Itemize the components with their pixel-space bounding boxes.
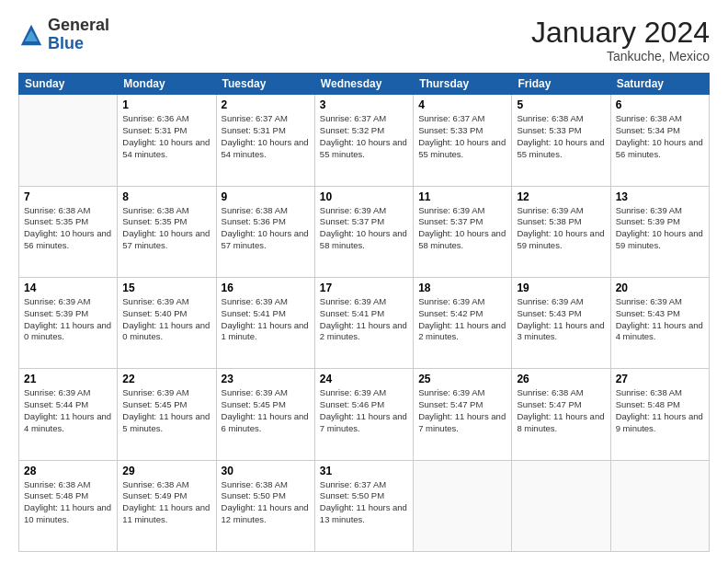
day-info: Sunrise: 6:38 AM Sunset: 5:47 PM Dayligh… (517, 387, 605, 434)
day-number: 1 (122, 98, 210, 111)
calendar-cell: 1Sunrise: 6:36 AM Sunset: 5:31 PM Daylig… (118, 95, 216, 186)
day-number: 15 (122, 282, 210, 294)
col-header-tuesday: Tuesday (216, 74, 314, 95)
logo: General Blue (18, 17, 109, 53)
day-info: Sunrise: 6:39 AM Sunset: 5:38 PM Dayligh… (517, 205, 605, 252)
day-number: 6 (616, 98, 704, 111)
calendar-cell: 10Sunrise: 6:39 AM Sunset: 5:37 PM Dayli… (314, 186, 413, 277)
calendar-cell: 30Sunrise: 6:38 AM Sunset: 5:50 PM Dayli… (216, 460, 314, 551)
day-number: 16 (222, 282, 310, 294)
day-info: Sunrise: 6:39 AM Sunset: 5:45 PM Dayligh… (222, 387, 310, 434)
day-number: 19 (517, 282, 605, 294)
day-info: Sunrise: 6:39 AM Sunset: 5:42 PM Dayligh… (418, 296, 506, 343)
day-number: 11 (418, 190, 506, 203)
calendar-cell: 7Sunrise: 6:38 AM Sunset: 5:35 PM Daylig… (19, 186, 118, 277)
day-info: Sunrise: 6:38 AM Sunset: 5:48 PM Dayligh… (24, 479, 112, 526)
day-number: 7 (24, 190, 112, 203)
day-info: Sunrise: 6:39 AM Sunset: 5:37 PM Dayligh… (320, 205, 408, 252)
header: General Blue January 2024 Tankuche, Mexi… (18, 17, 710, 63)
day-number: 13 (616, 190, 704, 203)
day-number: 28 (24, 465, 112, 477)
day-number: 9 (222, 190, 310, 203)
day-number: 10 (320, 190, 408, 203)
month-title: January 2024 (531, 17, 710, 49)
calendar-cell: 24Sunrise: 6:39 AM Sunset: 5:46 PM Dayli… (314, 369, 413, 460)
calendar-cell: 3Sunrise: 6:37 AM Sunset: 5:32 PM Daylig… (314, 95, 413, 186)
calendar-cell: 18Sunrise: 6:39 AM Sunset: 5:42 PM Dayli… (414, 277, 512, 368)
day-info: Sunrise: 6:39 AM Sunset: 5:41 PM Dayligh… (222, 296, 310, 343)
day-number: 20 (616, 282, 704, 294)
day-number: 2 (222, 98, 310, 111)
calendar-cell: 17Sunrise: 6:39 AM Sunset: 5:41 PM Dayli… (314, 277, 413, 368)
title-block: January 2024 Tankuche, Mexico (531, 17, 710, 63)
calendar-cell: 19Sunrise: 6:39 AM Sunset: 5:43 PM Dayli… (512, 277, 610, 368)
col-header-monday: Monday (118, 74, 216, 95)
day-info: Sunrise: 6:39 AM Sunset: 5:47 PM Dayligh… (418, 387, 506, 434)
day-number: 18 (418, 282, 506, 294)
calendar-cell: 27Sunrise: 6:38 AM Sunset: 5:48 PM Dayli… (610, 369, 709, 460)
calendar-cell: 2Sunrise: 6:37 AM Sunset: 5:31 PM Daylig… (216, 95, 314, 186)
location-subtitle: Tankuche, Mexico (531, 49, 710, 63)
calendar-cell: 16Sunrise: 6:39 AM Sunset: 5:41 PM Dayli… (216, 277, 314, 368)
day-number: 23 (222, 373, 310, 385)
col-header-friday: Friday (512, 74, 610, 95)
day-info: Sunrise: 6:37 AM Sunset: 5:31 PM Dayligh… (222, 113, 310, 160)
calendar-cell: 4Sunrise: 6:37 AM Sunset: 5:33 PM Daylig… (414, 95, 512, 186)
col-header-saturday: Saturday (610, 74, 709, 95)
calendar-cell: 9Sunrise: 6:38 AM Sunset: 5:36 PM Daylig… (216, 186, 314, 277)
calendar-cell: 28Sunrise: 6:38 AM Sunset: 5:48 PM Dayli… (19, 460, 118, 551)
day-info: Sunrise: 6:39 AM Sunset: 5:39 PM Dayligh… (24, 296, 112, 343)
day-number: 29 (122, 465, 210, 477)
day-number: 3 (320, 98, 408, 111)
calendar-cell: 20Sunrise: 6:39 AM Sunset: 5:43 PM Dayli… (610, 277, 709, 368)
day-number: 17 (320, 282, 408, 294)
logo-blue: Blue (48, 34, 84, 52)
day-info: Sunrise: 6:38 AM Sunset: 5:48 PM Dayligh… (616, 387, 704, 434)
calendar-cell (19, 95, 118, 186)
day-number: 31 (320, 465, 408, 477)
day-info: Sunrise: 6:39 AM Sunset: 5:40 PM Dayligh… (122, 296, 210, 343)
day-number: 25 (418, 373, 506, 385)
calendar-cell: 25Sunrise: 6:39 AM Sunset: 5:47 PM Dayli… (414, 369, 512, 460)
calendar-cell: 13Sunrise: 6:39 AM Sunset: 5:39 PM Dayli… (610, 186, 709, 277)
day-number: 14 (24, 282, 112, 294)
day-info: Sunrise: 6:37 AM Sunset: 5:33 PM Dayligh… (418, 113, 506, 160)
calendar-cell: 23Sunrise: 6:39 AM Sunset: 5:45 PM Dayli… (216, 369, 314, 460)
col-header-wednesday: Wednesday (314, 74, 413, 95)
calendar-cell: 14Sunrise: 6:39 AM Sunset: 5:39 PM Dayli… (19, 277, 118, 368)
day-number: 8 (122, 190, 210, 203)
day-info: Sunrise: 6:39 AM Sunset: 5:41 PM Dayligh… (320, 296, 408, 343)
day-info: Sunrise: 6:39 AM Sunset: 5:43 PM Dayligh… (517, 296, 605, 343)
day-number: 30 (222, 465, 310, 477)
day-info: Sunrise: 6:39 AM Sunset: 5:46 PM Dayligh… (320, 387, 408, 434)
day-info: Sunrise: 6:39 AM Sunset: 5:44 PM Dayligh… (24, 387, 112, 434)
logo-general: General (48, 16, 109, 34)
day-number: 22 (122, 373, 210, 385)
calendar-cell (512, 460, 610, 551)
day-info: Sunrise: 6:38 AM Sunset: 5:50 PM Dayligh… (222, 479, 310, 526)
day-number: 5 (517, 98, 605, 111)
day-number: 24 (320, 373, 408, 385)
day-number: 21 (24, 373, 112, 385)
day-number: 4 (418, 98, 506, 111)
calendar-cell: 5Sunrise: 6:38 AM Sunset: 5:33 PM Daylig… (512, 95, 610, 186)
calendar-cell: 26Sunrise: 6:38 AM Sunset: 5:47 PM Dayli… (512, 369, 610, 460)
calendar-cell (610, 460, 709, 551)
day-info: Sunrise: 6:38 AM Sunset: 5:49 PM Dayligh… (122, 479, 210, 526)
col-header-thursday: Thursday (414, 74, 512, 95)
day-info: Sunrise: 6:38 AM Sunset: 5:36 PM Dayligh… (222, 205, 310, 252)
day-info: Sunrise: 6:38 AM Sunset: 5:33 PM Dayligh… (517, 113, 605, 160)
day-info: Sunrise: 6:37 AM Sunset: 5:50 PM Dayligh… (320, 479, 408, 526)
calendar-cell: 29Sunrise: 6:38 AM Sunset: 5:49 PM Dayli… (118, 460, 216, 551)
calendar-cell: 31Sunrise: 6:37 AM Sunset: 5:50 PM Dayli… (314, 460, 413, 551)
day-info: Sunrise: 6:39 AM Sunset: 5:37 PM Dayligh… (418, 205, 506, 252)
logo-text: General Blue (48, 17, 109, 53)
calendar-cell: 8Sunrise: 6:38 AM Sunset: 5:35 PM Daylig… (118, 186, 216, 277)
day-number: 26 (517, 373, 605, 385)
day-info: Sunrise: 6:37 AM Sunset: 5:32 PM Dayligh… (320, 113, 408, 160)
calendar-cell: 21Sunrise: 6:39 AM Sunset: 5:44 PM Dayli… (19, 369, 118, 460)
day-info: Sunrise: 6:39 AM Sunset: 5:43 PM Dayligh… (616, 296, 704, 343)
calendar-cell: 15Sunrise: 6:39 AM Sunset: 5:40 PM Dayli… (118, 277, 216, 368)
calendar-cell: 6Sunrise: 6:38 AM Sunset: 5:34 PM Daylig… (610, 95, 709, 186)
calendar-cell: 12Sunrise: 6:39 AM Sunset: 5:38 PM Dayli… (512, 186, 610, 277)
